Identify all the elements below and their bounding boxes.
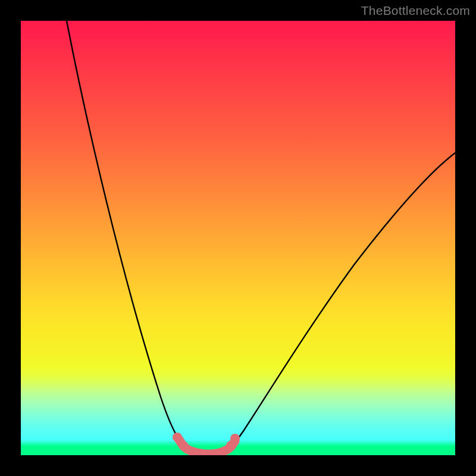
watermark-text: TheBottleneck.com: [361, 4, 470, 18]
plot-area: [21, 21, 455, 455]
svg-point-1: [179, 441, 189, 451]
curve-layer: [21, 21, 455, 455]
bottleneck-curve: [67, 21, 455, 454]
svg-point-3: [230, 434, 240, 443]
chart-frame: TheBottleneck.com: [0, 0, 476, 476]
valley-markers: [173, 433, 240, 451]
svg-point-0: [173, 433, 182, 442]
